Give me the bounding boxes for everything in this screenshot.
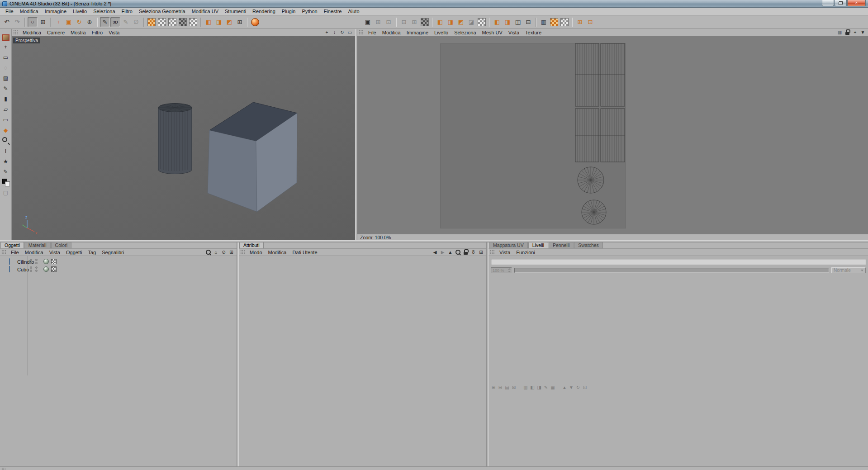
stamp-tool-icon[interactable]: ▮ xyxy=(1,95,10,104)
blend-mode-select[interactable]: Normale xyxy=(831,267,866,273)
titlebar[interactable]: CINEMA 4D Studio (32 Bit) - [Senza Titol… xyxy=(0,0,868,8)
menu-item[interactable]: Livello xyxy=(70,8,90,14)
uv-select-connected-icon[interactable]: ⊟ xyxy=(399,17,409,27)
star-shape-icon[interactable]: ★ xyxy=(1,157,10,166)
frame-selection-icon[interactable]: ⊞ xyxy=(38,17,48,27)
menu-item[interactable]: Plugin xyxy=(279,8,299,14)
tab[interactable]: Oggetti xyxy=(0,242,24,248)
undo-icon[interactable]: ↶ xyxy=(2,17,12,27)
fill-bucket-icon[interactable]: ◆ xyxy=(1,126,10,135)
pan-view-icon[interactable]: + xyxy=(323,29,330,36)
close-button[interactable]: × xyxy=(847,0,866,6)
menu-item[interactable]: Modifica UV xyxy=(189,8,222,14)
move-layer-down-icon[interactable]: ▼ xyxy=(568,384,574,390)
objects-menu-item[interactable]: Oggetti xyxy=(63,250,85,255)
layout-rows-icon[interactable]: ◨ xyxy=(214,17,224,27)
tab[interactable]: Colori xyxy=(51,242,71,248)
add-panel-icon[interactable]: ⊞ xyxy=(228,249,235,256)
airbrush-icon[interactable]: ✎ xyxy=(121,17,131,27)
layout-grid-icon[interactable]: ⊞ xyxy=(235,17,245,27)
panel-menu-icon[interactable]: ▼ xyxy=(859,29,866,36)
uv-menu-item[interactable]: Immagine xyxy=(404,30,431,35)
paint-setup-wizard-icon[interactable] xyxy=(147,18,156,26)
editor-visibility-dot[interactable] xyxy=(30,266,32,269)
objects-menu-item[interactable]: File xyxy=(8,250,22,255)
restore-button[interactable] xyxy=(835,0,847,6)
magnify-tool-icon[interactable] xyxy=(1,136,10,145)
objects-menu-item[interactable]: Modifica xyxy=(22,250,46,255)
uv-menu-item[interactable]: Texture xyxy=(522,30,544,35)
uv-polygon-mode-icon[interactable]: ⊡ xyxy=(384,17,394,27)
stepper-arrows-icon[interactable] xyxy=(508,268,511,272)
panel-drag-handle[interactable] xyxy=(240,250,245,255)
panel-drag-handle[interactable] xyxy=(359,30,364,35)
uv-layout-a-icon[interactable]: ◧ xyxy=(492,17,502,27)
editor-visibility-dot[interactable] xyxy=(30,259,32,261)
panel-drag-handle[interactable] xyxy=(13,30,18,35)
uv-layout-c-icon[interactable]: ◫ xyxy=(513,17,523,27)
texture-tag-icon[interactable] xyxy=(51,259,57,264)
uv-pan-icon[interactable]: + xyxy=(852,29,859,36)
uv-checkerboard-icon[interactable] xyxy=(421,18,429,26)
objects-menu-item[interactable]: Segnalibri xyxy=(99,250,127,255)
objects-menu-item[interactable]: Tag xyxy=(85,250,99,255)
phong-tag-icon[interactable] xyxy=(43,259,49,264)
uv-apply-icon[interactable]: ⊞ xyxy=(575,17,585,27)
raybrush-icon[interactable] xyxy=(189,18,197,26)
live-selection-icon[interactable]: ○ xyxy=(28,17,38,27)
editor-visibility-dot[interactable] xyxy=(35,259,38,261)
panel-drag-handle[interactable] xyxy=(1,467,5,470)
uv-layout-b-icon[interactable]: ◨ xyxy=(503,17,512,27)
attributes-menu-item[interactable]: Dati Utente xyxy=(290,250,320,255)
uv-menu-item[interactable]: Vista xyxy=(506,30,522,35)
render-visibility-dot[interactable] xyxy=(35,270,38,272)
uv-mirror-icon[interactable]: ◪ xyxy=(466,17,476,27)
scale-tool-icon[interactable]: ▣ xyxy=(64,17,74,27)
layer-mask-icon[interactable]: ◧ xyxy=(529,384,536,390)
magic-wand-icon[interactable]: ▨ xyxy=(1,74,10,83)
menu-item[interactable]: Finestre xyxy=(321,8,345,14)
uv-menu-item[interactable]: Livello xyxy=(432,30,451,35)
layer-opacity-slider[interactable] xyxy=(514,268,829,273)
delete-layer-icon[interactable]: ⊠ xyxy=(511,384,517,390)
viewport-menu-item[interactable]: Camere xyxy=(44,30,67,35)
uv-layout-d-icon[interactable]: ⊟ xyxy=(523,17,533,27)
uv-bake-icon[interactable]: ⊡ xyxy=(585,17,595,27)
uv-menu-item[interactable]: Mesh UV xyxy=(479,30,505,35)
projection-3d-icon[interactable]: 3D xyxy=(110,17,120,27)
layout-tabs-icon[interactable]: ◩ xyxy=(224,17,234,27)
render-visibility-dot[interactable] xyxy=(30,262,32,264)
uv-pattern-icon[interactable] xyxy=(478,18,486,26)
tab[interactable]: Pennelli xyxy=(549,242,574,248)
layout-columns-icon[interactable]: ◧ xyxy=(204,17,213,27)
viewport-menu-item[interactable]: Filtro xyxy=(89,30,105,35)
path-home-icon[interactable]: ⌂ xyxy=(213,249,219,256)
uv-pack-icon[interactable] xyxy=(560,18,569,26)
uv-rotate-icon[interactable]: ◩ xyxy=(456,17,466,27)
tab[interactable]: Livelli xyxy=(528,242,548,248)
uv-menu-item[interactable]: Modifica xyxy=(379,30,403,35)
layers-menu-item[interactable]: Funzioni xyxy=(513,250,538,255)
texture-paint-icon[interactable] xyxy=(158,18,166,26)
text-tool-icon[interactable]: T xyxy=(1,147,10,156)
menu-item[interactable]: Seleziona xyxy=(90,8,118,14)
coordinate-system-icon[interactable]: ⊕ xyxy=(85,17,95,27)
menu-item[interactable]: Immagine xyxy=(42,8,70,14)
search-icon[interactable] xyxy=(205,249,212,256)
lasso-selection-icon[interactable]: ◌ xyxy=(1,63,10,72)
draw-pencil-icon[interactable]: ✎ xyxy=(1,84,10,93)
uv-editor-canvas[interactable] xyxy=(357,36,868,234)
object-name[interactable]: Cubo xyxy=(17,267,29,272)
rotate-tool-icon[interactable]: ↻ xyxy=(74,17,84,27)
lock-icon[interactable] xyxy=(462,249,469,256)
move-layer-up-icon[interactable]: ▲ xyxy=(561,384,568,390)
object-row[interactable]: Cilindro xyxy=(0,258,237,266)
refresh-icon[interactable]: ↻ xyxy=(575,384,581,390)
panel-drag-handle[interactable] xyxy=(1,250,6,255)
brush-preview-icon[interactable] xyxy=(2,34,9,41)
attributes-menu-item[interactable]: Modifica xyxy=(266,250,289,255)
new-panel-icon[interactable]: ⊞ xyxy=(478,249,484,256)
tab[interactable]: Materiali xyxy=(24,242,51,248)
viewport-menu-item[interactable]: Mostra xyxy=(68,30,89,35)
uv-scale-icon[interactable]: ◨ xyxy=(446,17,455,27)
